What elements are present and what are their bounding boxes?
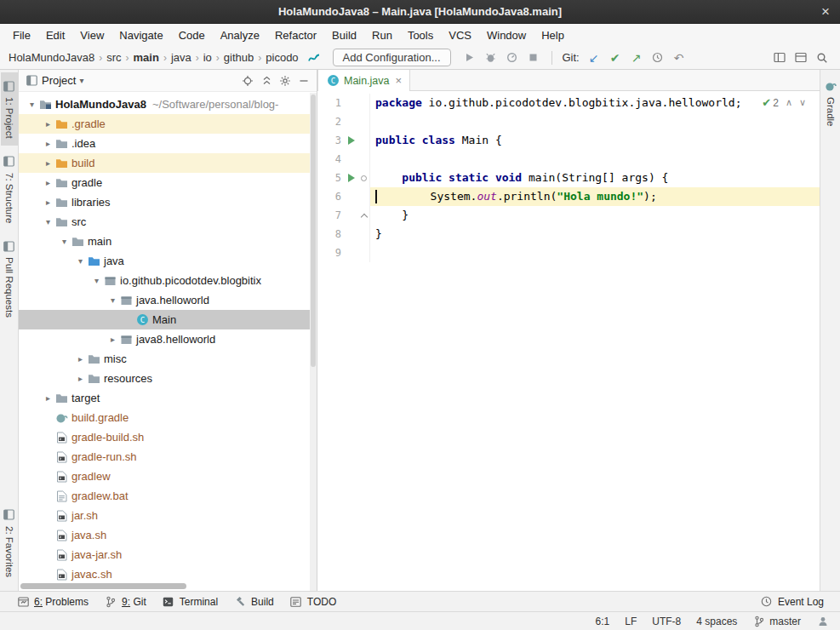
git-push-icon[interactable]: ↗	[627, 49, 646, 67]
tree-item[interactable]: ▾main	[19, 232, 317, 251]
tree-item[interactable]: ▸.gradle	[19, 114, 317, 134]
chevron-right-icon[interactable]: ▸	[42, 198, 54, 207]
tree-item[interactable]: java-jar.sh	[19, 545, 317, 564]
breadcrumb-item[interactable]: github	[224, 51, 254, 64]
rollback-icon[interactable]: ↶	[670, 49, 689, 67]
chevron-down-icon[interactable]: ▾	[26, 100, 38, 109]
scrollbar-thumb[interactable]	[311, 94, 316, 367]
line-separator-indicator[interactable]: LF	[625, 616, 637, 627]
history-icon[interactable]	[649, 49, 667, 67]
menu-run[interactable]: Run	[364, 24, 400, 46]
tree-item[interactable]: ▾java.helloworld	[19, 290, 317, 310]
run-line-icon[interactable]	[341, 131, 358, 150]
breadcrumb-item[interactable]: main	[134, 51, 159, 64]
tree-item[interactable]: jar.sh	[19, 506, 317, 525]
collapse-all-icon[interactable]	[260, 74, 273, 88]
tree-item[interactable]: build.gradle	[19, 408, 317, 427]
code-text[interactable]	[370, 243, 820, 262]
chevron-right-icon[interactable]: ▸	[42, 393, 54, 403]
toolwindow-button-9-git[interactable]: 9: Git	[96, 592, 154, 611]
hector-icon[interactable]	[816, 615, 830, 628]
code-text[interactable]: System.out.println("Hola mundo!");	[370, 187, 820, 206]
hide-panel-icon[interactable]	[297, 74, 311, 88]
menu-help[interactable]: Help	[534, 24, 572, 46]
tree-item[interactable]: gradlew.bat	[19, 486, 317, 506]
toolwindow-button-todo[interactable]: TODO	[282, 592, 344, 611]
stripe-tab-7-structure[interactable]: 7: Structure	[1, 148, 18, 230]
tree-item[interactable]: ▸resources	[19, 369, 317, 388]
run-button[interactable]	[460, 49, 479, 67]
code-text[interactable]: package io.github.picodotdev.blogbitix.j…	[370, 94, 820, 112]
code-text[interactable]: }	[370, 225, 820, 243]
tree-item[interactable]: ▸libraries	[19, 192, 317, 212]
chevron-right-icon[interactable]: ▸	[42, 178, 54, 187]
chevron-right-icon[interactable]: ▸	[74, 374, 87, 383]
tree-item[interactable]: gradle-build.sh	[19, 427, 317, 447]
code-text[interactable]	[370, 150, 820, 169]
tree-item[interactable]: gradlew	[19, 467, 317, 486]
tree-item[interactable]: ▸java8.helloworld	[19, 329, 317, 349]
code-text[interactable]: }	[370, 206, 820, 225]
chevron-right-icon[interactable]: ▸	[74, 354, 87, 364]
toolwindow-button-build[interactable]: Build	[226, 592, 282, 611]
tab-close-icon[interactable]: ×	[396, 74, 403, 87]
breadcrumb-item[interactable]: io	[203, 51, 212, 64]
tab-main-java[interactable]: C Main.java ×	[317, 70, 410, 91]
search-everywhere-icon[interactable]	[813, 49, 831, 67]
menu-build[interactable]: Build	[324, 24, 364, 46]
run-line-icon[interactable]	[341, 169, 358, 187]
git-commit-icon[interactable]: ✔	[606, 49, 625, 67]
inspection-widget[interactable]: ✔2 ∧ ∨	[762, 96, 806, 109]
debug-button[interactable]	[482, 49, 500, 67]
chevron-right-icon[interactable]: ▸	[106, 335, 119, 344]
restore-layout-icon[interactable]	[791, 49, 810, 67]
stop-button[interactable]	[524, 49, 543, 67]
chevron-down-icon[interactable]: ▾	[74, 256, 87, 266]
tree-vertical-scrollbar[interactable]	[310, 93, 317, 591]
breadcrumb-item[interactable]: picodo	[266, 51, 298, 64]
breadcrumb-item[interactable]: java	[171, 51, 191, 64]
toolwindow-button-event-log[interactable]: Event Log	[752, 592, 831, 611]
menu-vcs[interactable]: VCS	[441, 24, 479, 46]
menu-file[interactable]: File	[5, 24, 38, 46]
gradle-sync-icon[interactable]	[305, 49, 323, 67]
git-update-icon[interactable]: ↙	[585, 49, 603, 67]
chevron-right-icon[interactable]: ▸	[42, 158, 54, 168]
toolwindow-button-6-problems[interactable]: 6: Problems	[9, 592, 96, 611]
chevron-down-icon[interactable]: ▾	[90, 276, 103, 285]
breadcrumb-item[interactable]: HolaMundoJava8	[9, 51, 94, 64]
tree-item[interactable]: ▾io.github.picodotdev.blogbitix	[19, 271, 317, 290]
window-close-button[interactable]: ×	[821, 0, 830, 23]
settings-gear-icon[interactable]	[278, 74, 292, 88]
tree-item[interactable]: gradle-run.sh	[19, 447, 317, 467]
run-configuration-select[interactable]: Add Configuration...	[333, 49, 451, 66]
profile-button[interactable]	[503, 49, 522, 67]
tree-item[interactable]: ▾java	[19, 251, 317, 271]
fold-marker-icon[interactable]	[358, 206, 370, 225]
git-branch-widget[interactable]: master	[752, 615, 801, 628]
stripe-tab-2-favorites[interactable]: 2: Favorites	[1, 501, 18, 584]
tree-item[interactable]: ▸.idea	[19, 134, 317, 153]
next-problem-icon[interactable]: ∨	[799, 97, 806, 108]
tree-item[interactable]: ▾src	[19, 212, 317, 232]
tree-item[interactable]: java.sh	[19, 525, 317, 545]
locate-file-icon[interactable]	[241, 74, 254, 88]
code-editor[interactable]: ✔2 ∧ ∨ 1package io.github.picodotdev.blo…	[317, 91, 820, 591]
menu-view[interactable]: View	[72, 24, 111, 46]
caret-position[interactable]: 6:1	[596, 616, 610, 627]
chevron-right-icon[interactable]: ▸	[42, 119, 54, 129]
menu-tools[interactable]: Tools	[400, 24, 441, 46]
chevron-right-icon[interactable]: ▸	[42, 139, 54, 148]
code-text[interactable]	[370, 112, 820, 131]
tree-item[interactable]: ▸misc	[19, 349, 317, 369]
menu-navigate[interactable]: Navigate	[111, 24, 170, 46]
chevron-down-icon[interactable]: ▾	[42, 217, 54, 226]
stripe-tab-pull-requests[interactable]: Pull Requests	[1, 232, 18, 324]
code-text[interactable]: public static void main(String[] args) {	[370, 169, 820, 187]
chevron-down-icon[interactable]: ▾	[58, 237, 71, 246]
stripe-tab-gradle[interactable]: Gradle	[822, 72, 839, 134]
menu-window[interactable]: Window	[479, 24, 534, 46]
menu-analyze[interactable]: Analyze	[213, 24, 267, 46]
tree-item[interactable]: ▸build	[19, 153, 317, 173]
stripe-tab-1-project[interactable]: 1: Project	[1, 72, 18, 146]
